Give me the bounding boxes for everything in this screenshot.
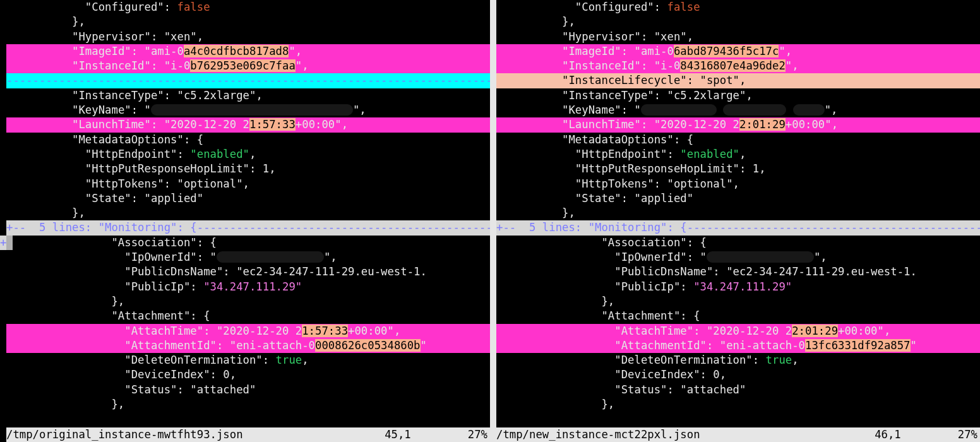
json-key: "Status" [614, 383, 667, 396]
diff-line: "AttachTime": "2020-12-20 21:57:33+00:00… [6, 324, 490, 338]
diff-line: "AttachmentId": "eni-attach-00008626c053… [6, 338, 490, 353]
json-key: "IpOwnerId" [124, 251, 196, 263]
json-string: "applied" [635, 192, 694, 205]
json-number: 1 [263, 162, 269, 175]
json-key: "DeleteOnTermination" [614, 354, 753, 366]
json-key: "PublicDnsName" [124, 265, 223, 278]
left-content[interactable]: "Configured": false }, "Hypervisor": "xe… [6, 0, 490, 427]
json-bool: false [177, 1, 210, 13]
fold-line[interactable]: +-- 5 lines: "Monitoring": {------------… [6, 220, 490, 235]
diff-added-line: "InstanceLifecycle": "spot", [496, 73, 980, 88]
json-bool: true [766, 354, 792, 366]
diff-line: "InstanceId": "i-084316807e4a96de2", [496, 59, 980, 73]
redacted-text [641, 104, 717, 116]
json-key: "HttpPutResponseHopLimit" [85, 162, 249, 175]
json-key: "MetadataOptions" [562, 133, 674, 146]
redacted-text [793, 104, 825, 116]
diff-line: "InstanceId": "i-0b762953e069c7faa", [6, 59, 490, 73]
json-key: "KeyName" [72, 104, 131, 116]
fold-line[interactable]: +-- 5 lines: "Monitoring": {------------… [496, 220, 980, 235]
json-bool: false [667, 1, 700, 13]
redacted-text [707, 251, 814, 263]
vimdiff-window: + "Configured": false }, "Hypervisor": "… [0, 0, 980, 442]
json-number: 0 [713, 368, 719, 381]
left-status-bar: /tmp/original_instance-mwtfht93.json 45,… [6, 427, 490, 442]
left-cursor-pos: 45,1 [385, 427, 411, 442]
json-key: "MetadataOptions" [72, 133, 184, 146]
fold-gutter: + [0, 0, 6, 442]
json-string: "applied" [145, 192, 204, 205]
redacted-text [217, 251, 324, 263]
json-key: "State" [575, 192, 621, 205]
json-string: "enabled" [190, 148, 249, 160]
json-string: "optional" [667, 177, 733, 190]
diff-line: "ImageId": "ami-0a4c0cdfbcb817ad8", [6, 44, 490, 59]
diff-line: "LaunchTime": "2020-12-20 22:01:29+00:00… [496, 117, 980, 132]
json-string: "attached" [190, 383, 256, 396]
right-pane[interactable]: "Configured": false }, "Hypervisor": "xe… [496, 0, 980, 442]
json-key: "Status" [124, 383, 177, 396]
json-key: "DeviceIndex" [614, 368, 700, 381]
json-string: "ec2-34-247-111-29.eu-west-1. [236, 265, 427, 278]
right-content[interactable]: "Configured": false }, "Hypervisor": "xe… [496, 0, 980, 427]
left-filename: /tmp/original_instance-mwtfht93.json [6, 427, 243, 442]
json-key: "PublicIp" [614, 280, 680, 293]
json-key: "KeyName" [562, 104, 621, 116]
split-divider[interactable] [490, 0, 496, 442]
json-string: "xen" [654, 30, 687, 43]
json-key: "DeleteOnTermination" [124, 354, 263, 366]
json-key: "HttpTokens" [85, 177, 164, 190]
json-string: "34.247.111.29" [693, 280, 792, 293]
json-string: "ec2-34-247-111-29.eu-west-1. [726, 265, 917, 278]
json-key: "PublicDnsName" [614, 265, 713, 278]
json-string: "xen" [164, 30, 197, 43]
json-string: "c5.2xlarge" [177, 89, 256, 102]
json-key: "State" [85, 192, 131, 205]
json-key: "InstanceType" [72, 89, 164, 102]
json-key: "Attachment" [111, 309, 190, 322]
json-string: "attached" [680, 383, 746, 396]
left-pane[interactable]: "Configured": false }, "Hypervisor": "xe… [6, 0, 490, 442]
json-key: "Configured" [575, 1, 654, 13]
diff-line: "ImageId": "ami-06abd879436f5c17c", [496, 44, 980, 59]
json-key: "Association" [601, 236, 686, 249]
left-percent: 27% [411, 427, 490, 442]
json-key: "Attachment" [601, 309, 680, 322]
diff-line: "AttachmentId": "eni-attach-013fc6331df9… [496, 338, 980, 353]
json-bool: true [276, 354, 302, 366]
json-key: "HttpEndpoint" [85, 148, 177, 160]
right-percent: 27% [901, 427, 980, 442]
json-number: 1 [753, 162, 759, 175]
right-cursor-pos: 46,1 [875, 427, 901, 442]
json-key: "Hypervisor" [562, 30, 641, 43]
redacted-text [151, 104, 353, 116]
diff-filler-line: ----------------------------------------… [6, 73, 490, 88]
json-key: "HttpPutResponseHopLimit" [575, 162, 739, 175]
json-key: "Hypervisor" [72, 30, 151, 43]
json-number: 0 [223, 368, 229, 381]
right-status-bar: /tmp/new_instance-mct22pxl.json 46,1 27% [496, 427, 980, 442]
json-string: "enabled" [680, 148, 739, 160]
json-string: "34.247.111.29" [203, 280, 302, 293]
diff-line: "AttachTime": "2020-12-20 22:01:29+00:00… [496, 324, 980, 338]
json-key: "HttpTokens" [575, 177, 654, 190]
json-key: "HttpEndpoint" [575, 148, 667, 160]
json-key: "Configured" [85, 1, 164, 13]
cursor-line: "Association": { [6, 236, 490, 250]
fold-marker-icon[interactable]: + [0, 236, 6, 250]
redacted-text [723, 104, 786, 116]
json-string: "c5.2xlarge" [667, 89, 746, 102]
right-filename: /tmp/new_instance-mct22pxl.json [496, 427, 700, 442]
diff-line: "LaunchTime": "2020-12-20 21:57:33+00:00… [6, 117, 490, 132]
json-string: "optional" [177, 177, 243, 190]
json-key: "PublicIp" [124, 280, 190, 293]
json-key: "IpOwnerId" [614, 251, 686, 263]
json-key: "InstanceType" [562, 89, 654, 102]
json-key: "Association" [111, 236, 196, 249]
json-key: "DeviceIndex" [124, 368, 210, 381]
